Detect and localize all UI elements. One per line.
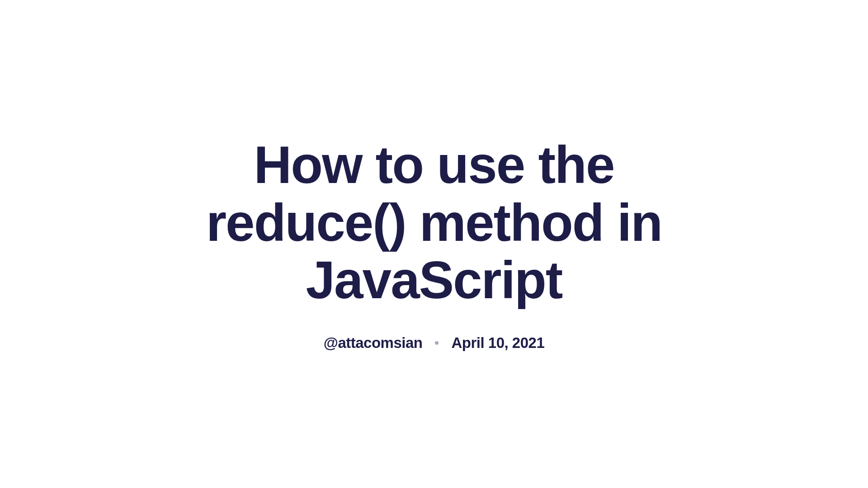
- article-title: How to use the reduce() method in JavaSc…: [185, 136, 683, 310]
- article-header: How to use the reduce() method in JavaSc…: [185, 136, 683, 352]
- dot-separator-icon: [435, 341, 439, 345]
- article-date: April 10, 2021: [451, 334, 544, 352]
- author-handle[interactable]: @attacomsian: [324, 334, 423, 352]
- article-meta: @attacomsian April 10, 2021: [324, 334, 545, 352]
